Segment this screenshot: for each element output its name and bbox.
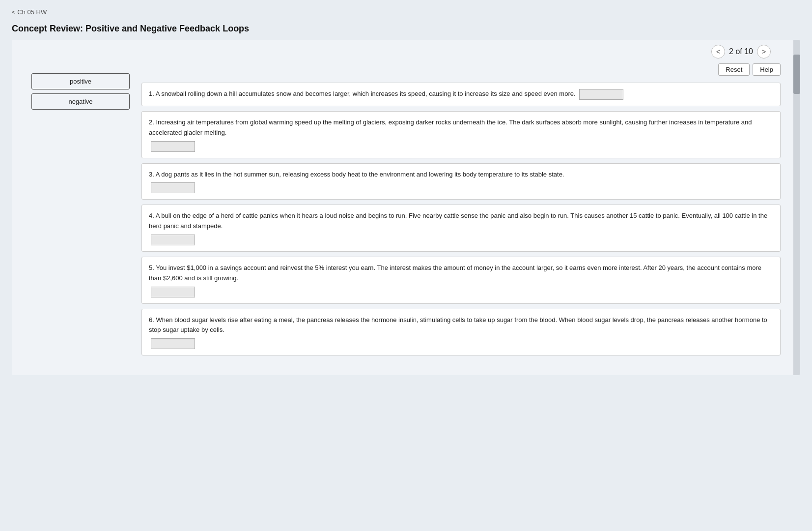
main-container: < 2 of 10 > positive negative Reset Help… <box>12 40 800 375</box>
question-card-1: 1. A snowball rolling down a hill accumu… <box>141 83 781 106</box>
question-card-2: 2. Increasing air temperatures from glob… <box>141 111 781 158</box>
question-5-text: 5. You invest $1,000 in a savings accoun… <box>149 263 773 284</box>
question-1-text: 1. A snowball rolling down a hill accumu… <box>149 90 576 97</box>
question-6-text: 6. When blood sugar levels rise after ea… <box>149 315 773 336</box>
drop-box-2[interactable] <box>151 141 195 152</box>
question-card-5: 5. You invest $1,000 in a savings accoun… <box>141 257 781 304</box>
drop-box-4[interactable] <box>151 235 195 245</box>
scrollbar-thumb[interactable] <box>793 55 800 94</box>
page-title: Concept Review: Positive and Negative Fe… <box>0 20 812 40</box>
question-4-text: 4. A bull on the edge of a herd of cattl… <box>149 211 773 232</box>
drop-box-3[interactable] <box>151 182 195 193</box>
question-card-6: 6. When blood sugar levels rise after ea… <box>141 309 781 356</box>
reset-button[interactable]: Reset <box>718 63 750 76</box>
next-page-button[interactable]: > <box>757 45 771 59</box>
content-area: positive negative Reset Help 1. A snowba… <box>12 63 800 375</box>
back-link[interactable]: < Ch 05 HW <box>12 8 47 16</box>
question-2-text: 2. Increasing air temperatures from glob… <box>149 118 773 138</box>
drop-box-6[interactable] <box>151 338 195 349</box>
drop-box-5[interactable] <box>151 287 195 297</box>
question-3-text: 3. A dog pants as it lies in the hot sum… <box>149 170 773 180</box>
toolbar-row: Reset Help <box>141 63 781 76</box>
question-card-4: 4. A bull on the edge of a herd of cattl… <box>141 205 781 252</box>
pagination-text: 2 of 10 <box>729 47 753 56</box>
left-panel: positive negative <box>31 63 130 355</box>
right-panel: Reset Help 1. A snowball rolling down a … <box>141 63 781 355</box>
help-button[interactable]: Help <box>753 63 781 76</box>
prev-page-button[interactable]: < <box>711 45 725 59</box>
drop-box-1[interactable] <box>579 89 623 100</box>
question-card-3: 3. A dog pants as it lies in the hot sum… <box>141 163 781 200</box>
pagination-bar: < 2 of 10 > <box>12 40 800 63</box>
label-positive[interactable]: positive <box>31 73 130 89</box>
label-negative[interactable]: negative <box>31 93 130 110</box>
scrollbar-area <box>793 40 800 375</box>
